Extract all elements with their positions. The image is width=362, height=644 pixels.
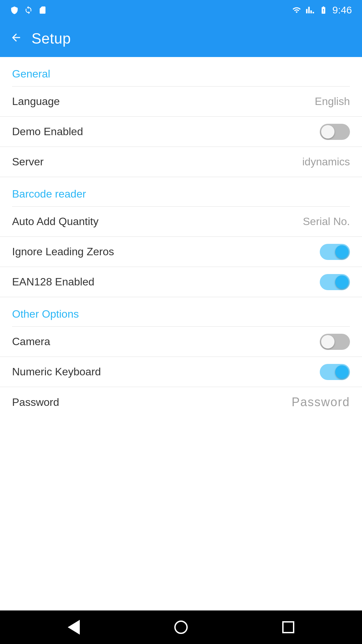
- sync-icon: [24, 6, 33, 14]
- back-button[interactable]: [10, 32, 22, 46]
- battery-icon: [318, 6, 328, 14]
- ignore-leading-zeros-toggle[interactable]: [320, 244, 350, 260]
- section-header-general: General: [0, 57, 362, 86]
- signal-icon: [306, 6, 314, 14]
- section-header-other-options: Other Options: [0, 297, 362, 326]
- app-bar: Setup: [0, 20, 362, 57]
- setting-row-demo-enabled[interactable]: Demo Enabled: [0, 117, 362, 147]
- nav-recent-button[interactable]: [278, 617, 298, 637]
- bottom-navigation: [0, 610, 362, 644]
- recent-square-icon: [282, 621, 294, 633]
- password-label: Password: [12, 396, 59, 409]
- nav-home-button[interactable]: [171, 617, 191, 637]
- back-triangle-icon: [68, 620, 80, 635]
- sim-icon: [38, 6, 47, 14]
- settings-content: General Language English Demo Enabled Se…: [0, 57, 362, 610]
- setting-row-ean128[interactable]: EAN128 Enabled: [0, 267, 362, 297]
- status-bar-left-icons: [10, 6, 47, 14]
- ignore-leading-zeros-label: Ignore Leading Zeros: [12, 246, 114, 258]
- ean128-thumb: [335, 275, 349, 289]
- setting-row-numeric-keyboard[interactable]: Numeric Keyboard: [0, 357, 362, 387]
- server-value: idynamics: [302, 156, 350, 168]
- password-value: Password: [292, 395, 350, 409]
- time-display: 9:46: [333, 4, 352, 16]
- shield-icon: [10, 6, 19, 14]
- demo-enabled-thumb: [321, 125, 335, 139]
- numeric-keyboard-label: Numeric Keyboard: [12, 366, 101, 378]
- setting-row-language[interactable]: Language English: [0, 87, 362, 117]
- home-circle-icon: [174, 621, 188, 634]
- setting-row-camera[interactable]: Camera: [0, 327, 362, 357]
- status-bar: 9:46: [0, 0, 362, 20]
- server-label: Server: [12, 156, 44, 168]
- camera-label: Camera: [12, 335, 50, 348]
- ean128-toggle[interactable]: [320, 274, 350, 290]
- setting-row-auto-add-quantity[interactable]: Auto Add Quantity Serial No.: [0, 207, 362, 237]
- setting-row-ignore-leading-zeros[interactable]: Ignore Leading Zeros: [0, 237, 362, 267]
- status-bar-right-icons: 9:46: [292, 4, 352, 16]
- ignore-leading-zeros-thumb: [335, 245, 349, 259]
- setting-row-server[interactable]: Server idynamics: [0, 147, 362, 177]
- demo-enabled-toggle[interactable]: [320, 124, 350, 140]
- section-header-barcode: Barcode reader: [0, 177, 362, 206]
- numeric-keyboard-thumb: [335, 365, 349, 379]
- camera-toggle[interactable]: [320, 334, 350, 350]
- setting-row-password[interactable]: Password Password: [0, 387, 362, 417]
- ean128-label: EAN128 Enabled: [12, 276, 95, 288]
- page-title: Setup: [32, 30, 71, 47]
- numeric-keyboard-toggle[interactable]: [320, 364, 350, 380]
- auto-add-quantity-value: Serial No.: [303, 215, 350, 228]
- auto-add-quantity-label: Auto Add Quantity: [12, 215, 99, 228]
- language-label: Language: [12, 95, 60, 108]
- wifi-icon: [292, 6, 302, 14]
- demo-enabled-label: Demo Enabled: [12, 125, 83, 138]
- camera-thumb: [321, 335, 335, 348]
- language-value: English: [315, 95, 350, 108]
- nav-back-button[interactable]: [64, 617, 84, 637]
